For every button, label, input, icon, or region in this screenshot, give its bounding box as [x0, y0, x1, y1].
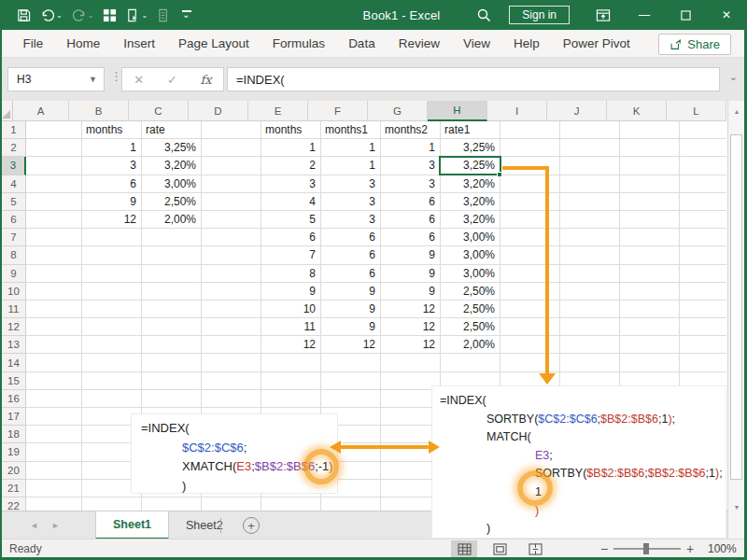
cell-C15[interactable]	[142, 372, 202, 390]
tab-home[interactable]: Home	[55, 30, 112, 58]
cell-E6[interactable]: 5	[261, 211, 321, 229]
cell-L6[interactable]	[680, 211, 726, 229]
row-header-3[interactable]: 3	[2, 157, 26, 175]
cell-D8[interactable]	[202, 246, 261, 264]
cell-I14[interactable]	[500, 354, 560, 371]
cell-I9[interactable]	[500, 265, 560, 283]
cell-G10[interactable]: 9	[381, 283, 441, 301]
cell-H2[interactable]: 3,25%	[441, 139, 500, 157]
cell-A3[interactable]	[26, 157, 82, 175]
cell-E14[interactable]	[261, 354, 321, 371]
row-header-8[interactable]: 8	[2, 246, 26, 264]
cell-E1[interactable]: months	[261, 121, 321, 139]
tab-review[interactable]: Review	[387, 30, 451, 58]
cell-F7[interactable]: 6	[321, 229, 381, 246]
cell-L1[interactable]	[680, 121, 726, 139]
sheet-nav-left-icon[interactable]: ◄	[30, 521, 38, 530]
cell-D1[interactable]	[202, 121, 261, 139]
minimize-button[interactable]: —	[624, 0, 665, 30]
cell-E5[interactable]: 4	[261, 193, 321, 211]
cell-F11[interactable]: 9	[321, 301, 381, 318]
cell-H4[interactable]: 3,20%	[441, 175, 500, 193]
cell-F3[interactable]: 1	[321, 157, 381, 175]
row-header-12[interactable]: 12	[2, 318, 26, 336]
column-header-B[interactable]: B	[69, 101, 129, 121]
cell-F2[interactable]: 1	[321, 139, 381, 157]
cell-J12[interactable]	[560, 318, 620, 336]
touch-mode-icon[interactable]	[99, 3, 120, 27]
formula-input[interactable]: =INDEX(	[227, 67, 720, 91]
search-icon[interactable]	[468, 7, 500, 22]
cell-F16[interactable]	[321, 390, 381, 408]
cell-A16[interactable]	[26, 390, 82, 408]
cell-C2[interactable]: 3,25%	[142, 139, 202, 157]
cell-L5[interactable]	[680, 193, 726, 211]
cell-I4[interactable]	[500, 175, 560, 193]
cell-H10[interactable]: 2,50%	[441, 283, 500, 301]
cell-I2[interactable]	[500, 139, 560, 157]
cell-L11[interactable]	[680, 301, 726, 318]
cell-I13[interactable]	[500, 336, 560, 354]
cell-D11[interactable]	[202, 301, 261, 318]
scroll-up-icon[interactable]: ▲	[729, 103, 744, 119]
close-button[interactable]: ✕	[706, 0, 747, 30]
cell-A12[interactable]	[26, 318, 82, 336]
cell-B15[interactable]	[82, 372, 142, 390]
column-header-I[interactable]: I	[487, 101, 547, 121]
column-header-G[interactable]: G	[368, 101, 428, 121]
cell-A17[interactable]	[26, 408, 82, 426]
cell-A13[interactable]	[26, 336, 82, 354]
cell-E16[interactable]	[261, 390, 321, 408]
cell-D22[interactable]	[202, 497, 261, 511]
cell-K11[interactable]	[620, 301, 680, 318]
row-header-17[interactable]: 17	[2, 408, 26, 426]
cell-E4[interactable]: 3	[261, 175, 321, 193]
cell-F22[interactable]	[321, 497, 381, 511]
cell-H14[interactable]	[441, 354, 500, 371]
cell-B9[interactable]	[82, 265, 142, 283]
cell-D15[interactable]	[202, 372, 261, 390]
cell-H7[interactable]: 3,00%	[441, 229, 500, 246]
cell-I10[interactable]	[500, 283, 560, 301]
cell-J6[interactable]	[560, 211, 620, 229]
new-sheet-button[interactable]: +	[243, 517, 260, 534]
cell-K10[interactable]	[620, 283, 680, 301]
cell-F10[interactable]: 9	[321, 283, 381, 301]
cell-L10[interactable]	[680, 283, 726, 301]
cell-F15[interactable]	[321, 372, 381, 390]
cell-K13[interactable]	[620, 336, 680, 354]
cell-F9[interactable]: 6	[321, 265, 381, 283]
cell-C12[interactable]	[142, 318, 202, 336]
cell-L7[interactable]	[680, 229, 726, 246]
cell-D7[interactable]	[202, 229, 261, 246]
cell-H8[interactable]: 3,00%	[441, 246, 500, 264]
cell-A14[interactable]	[26, 354, 82, 371]
column-header-C[interactable]: C	[129, 101, 189, 121]
row-header-15[interactable]: 15	[2, 372, 26, 390]
cell-K9[interactable]	[620, 265, 680, 283]
cell-D16[interactable]	[202, 390, 261, 408]
cell-K8[interactable]	[620, 246, 680, 264]
cell-A20[interactable]	[26, 462, 82, 480]
cell-H13[interactable]: 2,00%	[441, 336, 500, 354]
cell-B3[interactable]: 3	[82, 157, 142, 175]
cell-C4[interactable]: 3,00%	[142, 175, 202, 193]
row-header-11[interactable]: 11	[2, 301, 26, 318]
quick-print-icon[interactable]: ⌄	[122, 3, 151, 27]
zoom-slider[interactable]	[613, 548, 681, 550]
cell-H11[interactable]: 2,50%	[441, 301, 500, 318]
cell-L14[interactable]	[680, 354, 726, 371]
cell-C8[interactable]	[142, 246, 202, 264]
ribbon-display-options-icon[interactable]	[583, 0, 624, 30]
quick-print-dropdown-icon[interactable]: ⌄	[141, 11, 148, 20]
row-header-9[interactable]: 9	[2, 265, 26, 283]
tab-power-pivot[interactable]: Power Pivot	[551, 30, 641, 58]
cell-K1[interactable]	[620, 121, 680, 139]
cell-G9[interactable]: 9	[381, 265, 441, 283]
cell-G5[interactable]: 6	[381, 193, 441, 211]
cell-K14[interactable]	[620, 354, 680, 371]
cell-C22[interactable]	[142, 497, 202, 511]
cell-G14[interactable]	[381, 354, 441, 371]
cell-I1[interactable]	[500, 121, 560, 139]
cell-F5[interactable]: 3	[321, 193, 381, 211]
